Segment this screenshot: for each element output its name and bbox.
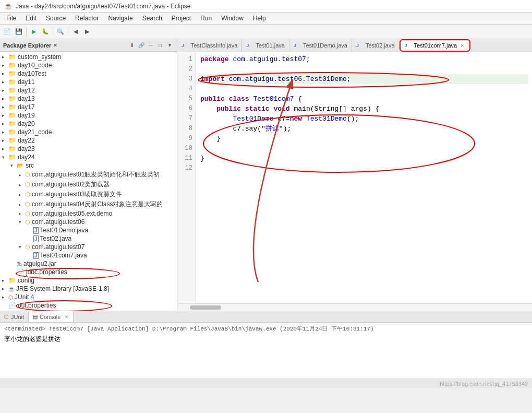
toolbar-back[interactable]: ◀ [70,27,81,37]
toolbar-search[interactable]: 🔍 [55,27,66,37]
toolbar-forward[interactable]: ▶ [82,27,92,37]
folder-icon: 📁 [8,103,16,111]
package-icon: ⬡ [25,171,30,178]
menu-item-run[interactable]: Run [196,14,216,23]
line-number: 2 [180,64,192,74]
code-content[interactable]: package com.atguigu.test07;import com.at… [196,52,532,303]
tree-item[interactable]: ▸ 📁day10_code [0,61,177,69]
tree-item[interactable]: ▾ ⬡com.atguigu.test06 [0,218,177,226]
toolbar-sep-2 [53,27,53,37]
tree-label: day12 [18,87,35,94]
tree-item[interactable]: ▸ 📁day10Test [0,69,177,78]
tree-arrow: ▸ [19,202,25,207]
tab-test01[interactable]: J Test01.java [242,39,289,52]
toolbar-debug[interactable]: 🐛 [40,27,51,37]
tree-item[interactable]: ▸ 📁day12 [0,86,177,95]
toolbar-save[interactable]: 💾 [14,27,24,37]
code-line [200,64,528,74]
tab-test01demo[interactable]: J Test01Demo.java [289,39,352,52]
menu-item-navigate[interactable]: Navigate [104,14,137,23]
sidebar-close-icon[interactable]: ✕ [53,43,57,48]
tree-item[interactable]: ▸ 📁config [0,276,177,285]
menu-item-file[interactable]: File [2,14,20,23]
menu-item-refactor[interactable]: Refactor [71,14,103,23]
tree-item[interactable]: ▸ 📁day11 [0,78,177,86]
tree-arrow: ▸ [19,172,25,178]
tree-item[interactable]: ▸ ⬡com.atguigu.test01触发类初始化和不触发类初 [0,170,177,180]
tree-label: com.atguigu.test04反射Class对象注意是大写的 [32,200,163,209]
tree-arrow: ▸ [2,146,8,151]
console-tab-close[interactable]: ✕ [65,314,69,320]
tree-arrow: ▸ [19,211,25,216]
console-output: <terminated> Test01com7 [Java Applicatio… [0,323,532,379]
junit-tab[interactable]: ⬡ JUnit [0,311,29,322]
sidebar-maximize[interactable]: □ [156,41,164,50]
scrollbar-thumb[interactable] [190,305,221,310]
tree-item[interactable]: ▾ 📁day24 [0,153,177,161]
menu-item-search[interactable]: Search [138,14,166,23]
toolbar: 📄 💾 ▶ 🐛 🔍 ◀ ▶ [0,25,532,39]
tree-item[interactable]: ▸ 📁custom_system [0,53,177,61]
sidebar-view-menu[interactable]: ▾ [165,41,174,50]
tree-item[interactable]: JTest01Demo.java [0,226,177,234]
console-tab[interactable]: ▤ Console ✕ [29,311,74,322]
status-bar: https://blog.csdn.net/qq_41753340 [0,379,532,388]
tree-item[interactable]: 📄out.properties [0,301,177,310]
code-line [200,144,528,154]
tree-arrow: ▸ [2,121,8,126]
menu-item-edit[interactable]: Edit [21,14,41,23]
tree-item[interactable]: ▸ 📁day17 [0,103,177,111]
tree-item[interactable]: JTest02.java [0,234,177,243]
tree-item[interactable]: ▸ ⬡com.atguigu.test03读取资源文件 [0,190,177,199]
menu-item-source[interactable]: Source [42,14,70,23]
sidebar-minimize[interactable]: ─ [147,41,155,50]
tree-label: out.properties [18,302,56,309]
tree-item[interactable]: ▸ ⬡com.atguigu.test02类加载器 [0,180,177,190]
tree-label: day10Test [18,70,46,77]
tree-item[interactable]: ▾ ⬡com.atguigu.test07 [0,243,177,251]
code-line: } [200,154,528,163]
menu-item-help[interactable]: Help [249,14,270,23]
tree-item[interactable]: ▸ 📁day23 [0,145,177,153]
menu-item-window[interactable]: Window [217,14,248,23]
tree-item[interactable]: JTest01com7.java [0,251,177,259]
tree-item[interactable]: ▸ 📁day21_code [0,128,177,136]
folder-icon: 📁 [8,87,16,94]
tree-arrow: ▸ [2,113,8,118]
folder-icon: 📁 [8,120,16,127]
tree-item[interactable]: ▸ 📁day22 [0,136,177,145]
package-icon: ⬡ [25,219,30,226]
tree-item[interactable]: 🗜atguigu2.jar [0,259,177,268]
tree-label: Test01com7.java [40,252,87,259]
menu-item-project[interactable]: Project [167,14,195,23]
tree-label: day23 [18,145,35,152]
tree-item[interactable]: ▾ 📂src [0,161,177,170]
folder-icon: 📁 [8,112,16,119]
tab-test02[interactable]: J Test02.java [352,39,400,52]
sidebar-collapse-all[interactable]: ⬇ [128,41,136,50]
tab-close-button[interactable]: ✕ [459,42,465,49]
tree-arrow: ▸ [2,54,8,60]
tab-testclassinfo[interactable]: J TestClassInfo.java [177,39,242,52]
tree-item[interactable]: ▸ 📁day20 [0,120,177,128]
sidebar-link-editor[interactable]: 🔗 [137,41,146,50]
code-line: import com.atguigu.test06.Test01Demo; [200,74,528,84]
tab-test01com7[interactable]: J Test01com7.java ✕ [400,39,471,52]
code-editor[interactable]: 123456789101112 package com.atguigu.test… [177,52,532,303]
file-icon: 📄 [8,302,16,309]
package-explorer-tree[interactable]: ▸ 📁custom_system▸ 📁day10_code▸ 📁day10Tes… [0,52,177,311]
tree-item[interactable]: ▸ ☕JRE System Library [JavaSE-1.8] [0,285,177,293]
toolbar-run[interactable]: ▶ [29,27,39,37]
tree-item[interactable]: 📄jdbc.properties [0,268,177,276]
tree-label: day21_code [18,128,52,136]
folder-icon: 📁 [8,53,16,61]
tree-item[interactable]: ▸ ⬡com.atguigu.test05.ext.demo [0,209,177,218]
horizontal-scrollbar[interactable] [177,303,532,311]
tree-item[interactable]: ▸ ⬡JUnit 4 [0,293,177,301]
junit-icon: ⬡ [8,294,13,300]
junit-tab-label: JUnit [11,314,24,320]
tree-item[interactable]: ▸ 📁day13 [0,95,177,103]
tree-item[interactable]: ▸ 📁day19 [0,111,177,120]
toolbar-new[interactable]: 📄 [2,27,13,37]
tree-item[interactable]: ▸ ⬡com.atguigu.test04反射Class对象注意是大写的 [0,199,177,209]
